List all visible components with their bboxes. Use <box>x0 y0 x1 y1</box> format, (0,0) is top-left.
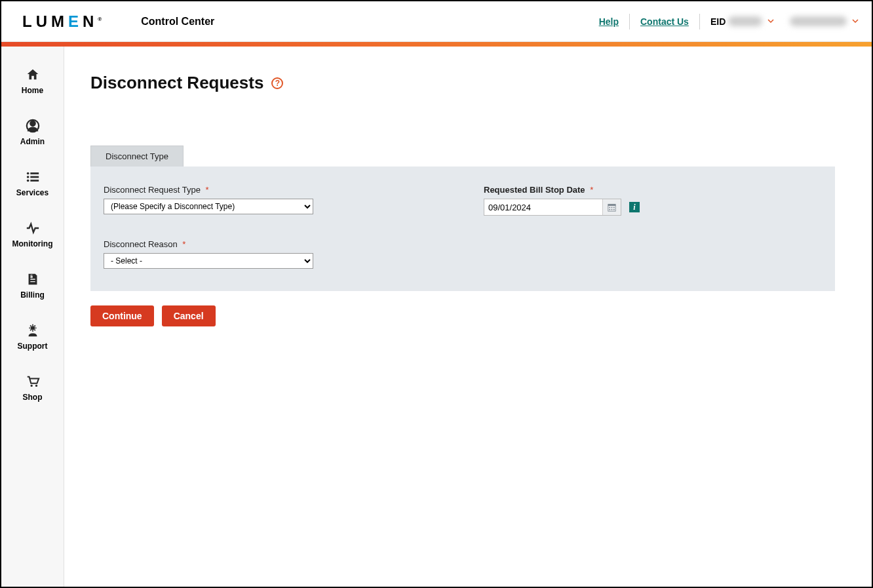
disconnect-reason-select[interactable]: - Select - <box>104 253 313 269</box>
date-field <box>484 199 621 216</box>
svg-rect-3 <box>30 172 39 174</box>
svg-point-11 <box>35 385 37 387</box>
field-bill-stop-date: Requested Bill Stop Date * i <box>484 185 640 216</box>
chevron-down-icon <box>767 16 774 26</box>
app-title: Control Center <box>141 16 214 28</box>
field-label: Requested Bill Stop Date * <box>484 185 640 195</box>
help-link[interactable]: Help <box>589 16 629 27</box>
user-dropdown[interactable]: XXXXXXXXXX <box>787 16 859 26</box>
eid-value-redacted: XXXXXX <box>728 16 762 26</box>
sidebar-item-label: Admin <box>20 137 45 146</box>
user-icon <box>25 119 41 133</box>
sidebar-item-monitoring[interactable]: Monitoring <box>1 221 64 248</box>
svg-rect-18 <box>611 208 613 210</box>
continue-button[interactable]: Continue <box>90 305 154 326</box>
required-mark: * <box>206 185 209 195</box>
content: Disconnect Requests ? Disconnect Type Di… <box>64 47 872 587</box>
page-title: Disconnect Requests <box>90 73 263 93</box>
chevron-down-icon <box>852 16 859 26</box>
svg-rect-14 <box>609 206 610 208</box>
cart-icon <box>25 374 41 389</box>
tab-disconnect-type[interactable]: Disconnect Type <box>90 146 184 167</box>
sidebar-item-label: Home <box>22 86 43 95</box>
sidebar-item-label: Billing <box>20 290 45 300</box>
contact-link[interactable]: Contact Us <box>630 16 699 27</box>
logo-suffix: N <box>83 12 98 30</box>
form-area: Disconnect Type Disconnect Request Type … <box>90 146 835 326</box>
page-title-row: Disconnect Requests ? <box>90 73 835 93</box>
required-mark: * <box>590 185 593 195</box>
sidebar: Home Admin Services Monitoring $ Billing… <box>1 47 64 587</box>
eid-dropdown[interactable]: EID XXXXXX <box>700 16 774 27</box>
svg-rect-15 <box>611 206 613 208</box>
sidebar-item-label: Monitoring <box>12 239 53 248</box>
sidebar-item-support[interactable]: Support <box>1 323 64 351</box>
accent-bar <box>1 42 872 47</box>
list-icon <box>25 170 41 184</box>
svg-text:$: $ <box>30 274 33 279</box>
svg-rect-7 <box>30 180 39 182</box>
svg-rect-16 <box>613 206 615 208</box>
sidebar-item-billing[interactable]: $ Billing <box>1 272 64 300</box>
logo-prefix: LUM <box>22 12 68 30</box>
svg-point-4 <box>26 176 29 178</box>
bill-stop-date-input[interactable] <box>484 199 602 215</box>
sidebar-item-label: Support <box>18 342 48 351</box>
svg-point-6 <box>26 180 29 182</box>
svg-rect-13 <box>608 204 615 205</box>
sidebar-item-label: Shop <box>23 393 43 402</box>
gear-user-icon <box>25 323 41 338</box>
sidebar-item-services[interactable]: Services <box>1 170 64 197</box>
header: LUMEN® Control Center Help Contact Us EI… <box>1 1 872 42</box>
sidebar-item-label: Services <box>16 188 48 197</box>
calendar-button[interactable] <box>602 199 621 215</box>
svg-point-0 <box>30 121 35 126</box>
form-panel: Disconnect Request Type * (Please Specif… <box>90 167 835 291</box>
field-label: Disconnect Reason * <box>104 239 405 249</box>
logo-mark: ® <box>98 16 102 22</box>
invoice-icon: $ <box>25 272 41 286</box>
logo[interactable]: LUMEN® <box>22 12 102 31</box>
user-name-redacted: XXXXXXXXXX <box>790 16 847 26</box>
calendar-icon <box>608 203 616 212</box>
field-label: Disconnect Request Type * <box>104 185 405 195</box>
eid-label: EID <box>710 16 726 27</box>
sidebar-item-shop[interactable]: Shop <box>1 374 64 402</box>
home-icon <box>25 68 41 82</box>
svg-rect-17 <box>609 208 610 210</box>
logo-accent: E <box>68 12 83 30</box>
cancel-button[interactable]: Cancel <box>162 305 216 326</box>
svg-point-10 <box>30 385 32 387</box>
svg-rect-5 <box>30 176 39 178</box>
field-disconnect-request-type: Disconnect Request Type * (Please Specif… <box>104 185 405 214</box>
svg-point-9 <box>30 326 34 330</box>
svg-rect-19 <box>613 208 615 210</box>
activity-icon <box>25 221 41 235</box>
required-mark: * <box>182 239 185 249</box>
header-links: Help Contact Us EID XXXXXX XXXXXXXXXX <box>589 14 859 29</box>
sidebar-item-home[interactable]: Home <box>1 68 64 95</box>
disconnect-request-type-select[interactable]: (Please Specify a Disconnect Type) <box>104 199 313 214</box>
field-disconnect-reason: Disconnect Reason * - Select - <box>104 239 405 269</box>
sidebar-item-admin[interactable]: Admin <box>1 119 64 146</box>
button-row: Continue Cancel <box>90 305 835 326</box>
svg-point-2 <box>26 172 29 175</box>
info-icon[interactable]: i <box>629 202 640 212</box>
help-icon[interactable]: ? <box>271 77 283 89</box>
